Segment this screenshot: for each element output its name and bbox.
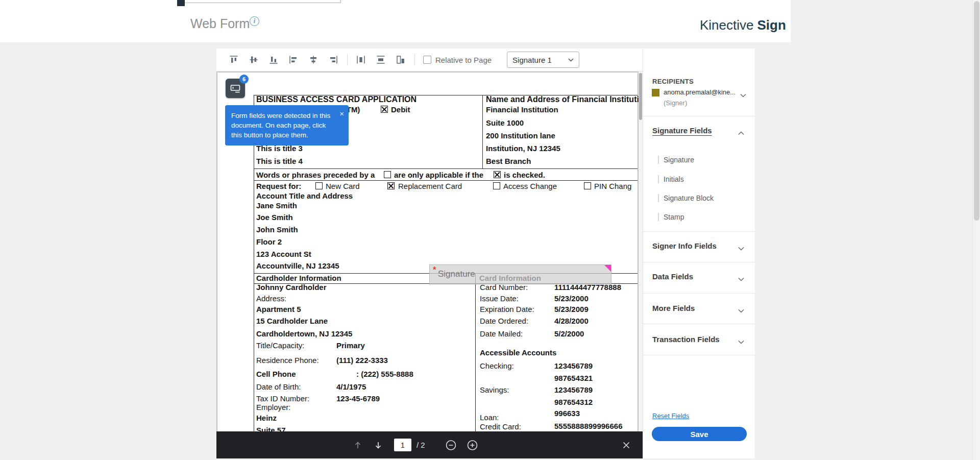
field-item-signature-block[interactable]: Signature Block [658, 194, 714, 202]
form-rule [254, 95, 254, 432]
doc-text: is checked. [504, 171, 545, 179]
toolbar-separator [347, 54, 348, 65]
chevron-down-icon[interactable] [738, 306, 744, 315]
previous-page-button[interactable] [353, 441, 362, 450]
field-corner-handle[interactable] [604, 265, 611, 272]
detected-fields-count-badge: 6 [239, 75, 249, 84]
doc-section-header: Accessible Accounts [480, 348, 556, 357]
section-data-fields[interactable]: Data Fields [652, 272, 693, 281]
align-vertical-center-icon[interactable] [247, 53, 261, 67]
doc-value: 5/23/2000 [554, 294, 589, 303]
field-item-label: Signature [664, 156, 694, 164]
doc-text: 200 Institution lane [486, 131, 555, 140]
relative-to-page-label: Relative to Page [435, 56, 492, 64]
drag-handle [658, 194, 659, 202]
info-icon-glyph: i [254, 17, 255, 25]
doc-label: Address: [256, 294, 286, 303]
chevron-down-icon[interactable] [738, 337, 744, 346]
recipient-role: (Signer) [664, 99, 687, 107]
match-size-icon[interactable] [394, 53, 408, 67]
chevron-up-icon[interactable] [738, 128, 744, 137]
document-scrollbar [639, 71, 643, 431]
toolbar-separator [414, 54, 415, 65]
tooltip-text: Form fields were detected in this docume… [231, 112, 330, 139]
save-button[interactable]: Save [652, 427, 747, 441]
doc-fi-header: Name and Address of Financial Instituti [486, 95, 639, 104]
doc-value: 4/1/1975 [336, 382, 366, 391]
brand-logo: KinectiveSign [700, 17, 786, 33]
form-rule [254, 180, 638, 181]
doc-value: 5/23/2009 [554, 305, 589, 313]
tooltip-close-icon[interactable]: × [339, 108, 344, 119]
section-more-fields[interactable]: More Fields [652, 304, 695, 312]
chevron-down-icon[interactable] [740, 90, 746, 100]
distribute-vertically-icon[interactable] [374, 53, 388, 67]
zoom-in-button[interactable] [467, 439, 478, 451]
doc-value: 15 Cardholder Lane [256, 317, 328, 325]
align-top-icon[interactable] [227, 53, 241, 67]
field-select-dropdown[interactable]: Signature 1 [507, 52, 579, 68]
chevron-down-icon[interactable] [738, 274, 744, 283]
page-number-input[interactable]: 1 [394, 439, 411, 451]
align-bottom-icon[interactable] [266, 53, 281, 67]
doc-text: This is title 4 [256, 157, 303, 165]
brand-product: Sign [757, 17, 786, 33]
doc-label: Employer: [256, 403, 291, 411]
sidebar-divider [643, 262, 755, 262]
doc-text: John Smith [256, 225, 298, 234]
close-viewer-button[interactable] [622, 441, 630, 449]
doc-value: 123-45-6789 [336, 394, 380, 403]
doc-text: Jane Smith [256, 201, 297, 210]
doc-text: New Card [326, 182, 360, 190]
place-detected-fields-button[interactable]: 6 [226, 79, 245, 98]
doc-label: Request for: [256, 182, 301, 190]
doc-text: Floor 2 [256, 237, 282, 246]
doc-label: Date Ordered: [480, 317, 528, 325]
fields-sidebar: RECIPIENTS anoma.premalal@kine... (Signe… [643, 49, 755, 458]
signature-field-overlay[interactable]: * Signature [429, 264, 611, 284]
align-right-icon[interactable] [326, 53, 340, 67]
sidebar-divider [643, 293, 755, 294]
doc-label: Loan: [480, 413, 499, 422]
info-icon[interactable]: i [250, 16, 259, 26]
zoom-out-button[interactable] [445, 439, 457, 451]
sidebar-divider [643, 116, 755, 116]
chevron-down-icon[interactable] [738, 244, 744, 253]
doc-section-header: Account Title and Address [256, 191, 353, 200]
relative-to-page-toggle[interactable]: Relative to Page [423, 56, 492, 64]
field-item-signature[interactable]: Signature [658, 156, 694, 164]
page-title: Web Form [190, 16, 250, 31]
doc-text: Words or phrases preceded by a [256, 171, 375, 179]
form-rule [475, 273, 476, 432]
window-scrollbar-thumb[interactable] [974, 1, 979, 221]
field-item-stamp[interactable]: Stamp [658, 213, 684, 221]
doc-text: Suite 1000 [486, 118, 524, 127]
app-root: { "header": { "title": "Web Form", "info… [0, 0, 980, 460]
field-item-initials[interactable]: Initials [658, 175, 684, 183]
checkbox-new-card [315, 182, 323, 189]
relative-to-page-checkbox[interactable] [423, 56, 431, 64]
doc-text: are only applicable if the [394, 171, 483, 179]
next-page-button[interactable] [374, 441, 383, 450]
align-horizontal-center-icon[interactable] [306, 53, 321, 67]
sidebar-divider [643, 231, 755, 232]
align-left-icon[interactable] [286, 53, 301, 67]
clipped-browser-element [177, 0, 341, 3]
section-transaction-fields[interactable]: Transaction Fields [652, 335, 720, 344]
doc-value: 5/2/2000 [554, 329, 584, 338]
section-signer-info-fields[interactable]: Signer Info Fields [652, 241, 717, 250]
section-signature-fields[interactable]: Signature Fields [652, 126, 712, 135]
doc-value: 987654321 [554, 374, 593, 382]
window-scrollbar [972, 0, 980, 460]
document-scrollbar-thumb[interactable] [639, 73, 642, 120]
doc-text: Replacement Card [398, 182, 462, 190]
recipient-email[interactable]: anoma.premalal@kine... [664, 88, 736, 96]
doc-title: BUSINESS ACCESS CARD APPLICATION [256, 95, 416, 104]
reset-fields-link[interactable]: Reset Fields [652, 412, 689, 420]
doc-text: 123 Account St [256, 250, 311, 258]
drag-handle [658, 213, 659, 221]
field-item-label: Signature Block [664, 194, 714, 202]
doc-text: Access Change [503, 182, 557, 190]
zoom-in-icon [467, 439, 478, 451]
distribute-horizontally-icon[interactable] [354, 53, 368, 67]
